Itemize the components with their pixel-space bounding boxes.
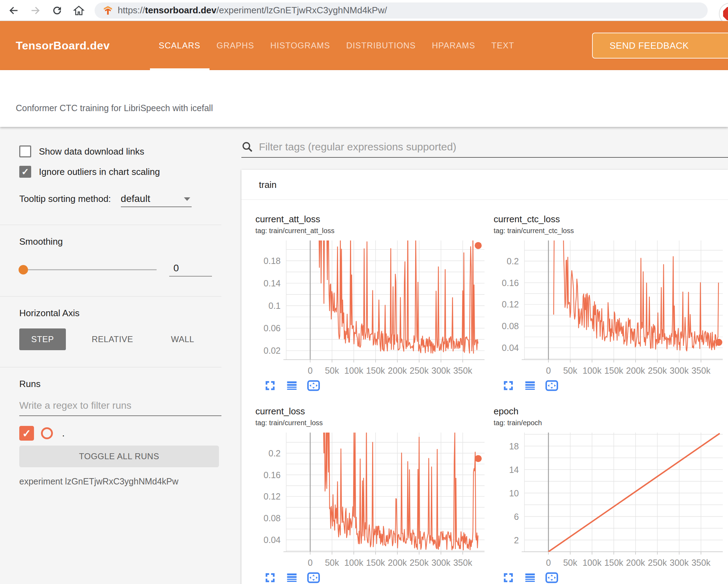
tab-scalars[interactable]: SCALARS [159,41,200,50]
runs-selector-icon[interactable] [286,379,298,392]
back-icon[interactable] [8,5,20,16]
chart-title: epoch [494,406,728,417]
tab-histograms[interactable]: HISTOGRAMS [270,41,330,50]
runs-selector-icon[interactable] [524,571,536,584]
svg-text:250k: 250k [410,366,429,375]
experiment-title-strip: Conformer CTC training for LibriSpeech w… [0,70,728,127]
show-download-links-checkbox[interactable] [19,145,31,157]
brand-title: TensorBoard.dev [16,21,110,70]
axis-wall-button[interactable]: WALL [159,328,206,350]
chart-current-loss: current_loss tag: train/current_loss 050… [255,406,494,584]
smoothing-value-field[interactable]: 0 [169,263,212,277]
chart-tag: tag: train/current_ctc_loss [494,227,728,235]
url-path: /experiment/lzGnETjwRxC3yghNMd4kPw/ [217,5,387,15]
horizontal-axis-buttons: STEP RELATIVE WALL [19,328,221,350]
axis-relative-button[interactable]: RELATIVE [80,328,145,350]
train-section-title[interactable]: train [241,170,728,200]
tooltip-sorting-value: default [121,193,150,204]
line-chart[interactable]: 050k100k150k200k250k300k350k0.020.060.10… [255,238,487,378]
svg-text:150k: 150k [366,558,385,568]
run-checkbox[interactable]: ✓ [19,426,34,441]
url-bar[interactable]: https://tensorboard.dev/experiment/lzGnE… [95,2,708,19]
ignore-outliers-checkbox[interactable]: ✓ [19,166,31,178]
toggle-all-runs-button[interactable]: TOGGLE ALL RUNS [19,446,219,467]
svg-text:0.16: 0.16 [263,470,281,480]
tensorboard-favicon-icon [103,6,113,15]
runs-filter-input[interactable] [19,400,221,411]
svg-text:150k: 150k [604,558,624,568]
run-row: ✓ . [19,426,221,441]
svg-text:200k: 200k [626,366,645,375]
chart-tag: tag: train/current_loss [255,419,494,427]
home-icon[interactable] [73,5,85,16]
svg-text:0.14: 0.14 [263,278,281,288]
forward-icon[interactable] [29,5,41,16]
expand-chart-icon[interactable] [264,379,276,392]
svg-text:0.1: 0.1 [268,301,281,311]
line-chart[interactable]: 050k100k150k200k250k300k350k0.040.080.12… [494,238,725,378]
chart-title: current_ctc_loss [494,214,728,225]
svg-text:6: 6 [514,512,519,522]
svg-text:200k: 200k [626,558,645,568]
svg-text:0: 0 [308,366,313,375]
chart-toolbar [255,379,494,392]
svg-text:200k: 200k [388,366,407,375]
tab-distributions[interactable]: DISTRIBUTIONS [346,41,415,50]
top-nav: SCALARS GRAPHS HISTOGRAMS DISTRIBUTIONS … [159,21,514,70]
tab-text[interactable]: TEXT [492,41,514,50]
browser-chrome: https://tensorboard.dev/experiment/lzGnE… [0,0,728,21]
axis-step-button[interactable]: STEP [19,328,66,350]
url-prefix: https:// [118,5,145,15]
svg-text:0.02: 0.02 [263,346,281,355]
svg-text:100k: 100k [344,558,364,568]
expand-chart-icon[interactable] [502,571,515,584]
svg-text:14: 14 [509,465,519,475]
tooltip-sorting-dropdown[interactable]: default [121,193,192,207]
line-chart[interactable]: 050k100k150k200k250k300k350k26101418 [494,430,725,570]
runs-selector-icon[interactable] [524,379,536,392]
run-color-radio[interactable] [41,427,53,439]
chevron-down-icon [184,197,190,201]
chart-current-ctc-loss: current_ctc_loss tag: train/current_ctc_… [494,214,728,392]
send-feedback-button[interactable]: SEND FEEDBACK [592,33,728,59]
smoothing-slider[interactable] [19,269,157,270]
chart-tag: tag: train/current_att_loss [255,227,494,235]
reload-icon[interactable] [51,5,63,16]
fit-domain-icon[interactable] [545,571,558,584]
svg-text:0: 0 [308,558,313,568]
ignore-outliers-label: Ignore outliers in chart scaling [39,167,160,177]
expand-chart-icon[interactable] [264,571,276,584]
svg-text:0.08: 0.08 [263,513,281,523]
runs-selector-icon[interactable] [286,571,298,584]
expand-chart-icon[interactable] [502,379,515,392]
svg-text:0.2: 0.2 [507,256,519,266]
svg-text:150k: 150k [366,366,385,375]
tab-hparams[interactable]: HPARAMS [432,41,475,50]
fit-domain-icon[interactable] [307,379,320,392]
svg-text:0.2: 0.2 [268,448,281,458]
smoothing-slider-thumb[interactable] [19,265,28,274]
fit-domain-icon[interactable] [307,571,320,584]
svg-text:0: 0 [546,366,551,375]
chart-current-att-loss: current_att_loss tag: train/current_att_… [255,214,494,392]
svg-text:0.12: 0.12 [502,299,519,309]
filter-tags-input[interactable] [259,141,728,153]
fit-domain-icon[interactable] [545,379,558,392]
svg-text:150k: 150k [604,366,624,375]
show-download-links-row: Show data download links [19,145,221,157]
line-chart[interactable]: 050k100k150k200k250k300k350k0.040.080.12… [255,430,487,570]
smoothing-slider-row: 0 [19,263,221,277]
smoothing-label: Smoothing [19,236,221,247]
svg-text:300k: 300k [431,366,451,375]
svg-text:50k: 50k [325,558,339,568]
svg-text:50k: 50k [325,366,339,375]
svg-text:100k: 100k [583,558,602,568]
horizontal-axis-label: Horizontal Axis [19,308,221,319]
settings-sidebar: Show data download links ✓ Ignore outlie… [0,127,241,584]
svg-text:300k: 300k [669,558,689,568]
runs-label: Runs [19,379,221,389]
tab-graphs[interactable]: GRAPHS [217,41,254,50]
runs-filter-field [19,400,221,416]
chart-tag: tag: train/epoch [494,419,728,427]
svg-text:100k: 100k [583,366,602,375]
